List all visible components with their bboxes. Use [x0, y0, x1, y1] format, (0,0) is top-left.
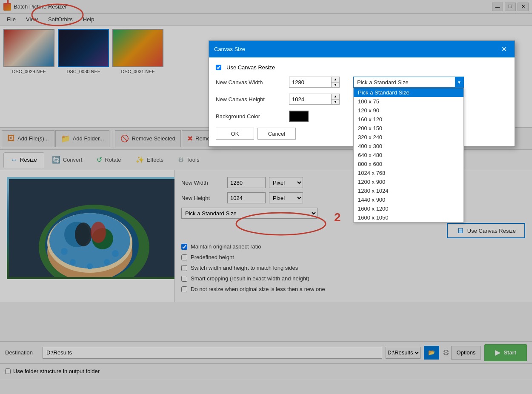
dropdown-item[interactable]: 640 x 480	[354, 151, 463, 160]
dropdown-item[interactable]: 800 x 600	[354, 160, 463, 168]
dropdown-item[interactable]: 160 x 120	[354, 115, 463, 124]
modal-title-bar: Canvas Size ✕	[209, 41, 515, 57]
dropdown-item[interactable]: 1280 x 1024	[354, 186, 463, 195]
background-color-swatch[interactable]	[289, 111, 309, 122]
dropdown-selected-label: Pick a Standard Size	[354, 79, 455, 86]
canvas-width-spinner: ▲ ▼	[289, 77, 340, 88]
modal-title: Canvas Size	[214, 46, 245, 52]
dropdown-item[interactable]: 400 x 300	[354, 142, 463, 151]
dropdown-item[interactable]: 100 x 75	[354, 97, 463, 106]
use-canvas-modal-label[interactable]: Use Canvas Resize	[226, 64, 275, 71]
canvas-width-input[interactable]	[289, 77, 332, 88]
canvas-height-spinner-buttons: ▲ ▼	[331, 94, 340, 105]
modal-close-button[interactable]: ✕	[499, 44, 509, 54]
dropdown-list: Pick a Standard Size 100 x 75 120 x 90 1…	[353, 88, 464, 223]
canvas-height-label: New Canvas Height	[216, 96, 284, 103]
canvas-height-up-button[interactable]: ▲	[331, 94, 340, 99]
use-canvas-checkbox[interactable]	[216, 65, 221, 70]
standard-size-dropdown[interactable]: Pick a Standard Size ▼	[353, 77, 464, 88]
canvas-width-up-button[interactable]: ▲	[331, 77, 340, 82]
canvas-height-down-button[interactable]: ▼	[331, 99, 340, 105]
dropdown-item[interactable]: 1600 x 1200	[354, 204, 463, 213]
dropdown-item[interactable]: 1600 x 1050	[354, 213, 463, 222]
canvas-width-label: New Canvas Width	[216, 79, 284, 86]
canvas-width-row: New Canvas Width ▲ ▼ Pick a Standard Siz…	[216, 77, 508, 88]
dropdown-item[interactable]: 1440 x 900	[354, 195, 463, 204]
canvas-size-dialog: Canvas Size ✕ Use Canvas Resize New Canv…	[209, 40, 515, 147]
standard-size-dropdown-container: Pick a Standard Size ▼ Pick a Standard S…	[353, 77, 464, 88]
dropdown-item[interactable]: 120 x 90	[354, 106, 463, 115]
canvas-height-spinner: ▲ ▼	[289, 94, 340, 105]
cancel-button[interactable]: Cancel	[257, 128, 296, 140]
dropdown-item[interactable]: 1200 x 900	[354, 177, 463, 186]
background-color-label: Background Color	[216, 113, 284, 120]
dropdown-item[interactable]: 200 x 150	[354, 124, 463, 133]
canvas-height-input[interactable]	[289, 94, 332, 105]
use-canvas-row: Use Canvas Resize	[216, 64, 508, 71]
dropdown-item[interactable]: 1024 x 768	[354, 168, 463, 177]
canvas-width-spinner-buttons: ▲ ▼	[331, 77, 340, 88]
dropdown-arrow-icon: ▼	[455, 77, 463, 87]
modal-body: Use Canvas Resize New Canvas Width ▲ ▼ P…	[209, 57, 515, 146]
dropdown-item[interactable]: Pick a Standard Size	[354, 88, 463, 97]
dropdown-item[interactable]: 320 x 240	[354, 133, 463, 142]
ok-button[interactable]: OK	[216, 128, 254, 140]
canvas-width-down-button[interactable]: ▼	[331, 82, 340, 88]
